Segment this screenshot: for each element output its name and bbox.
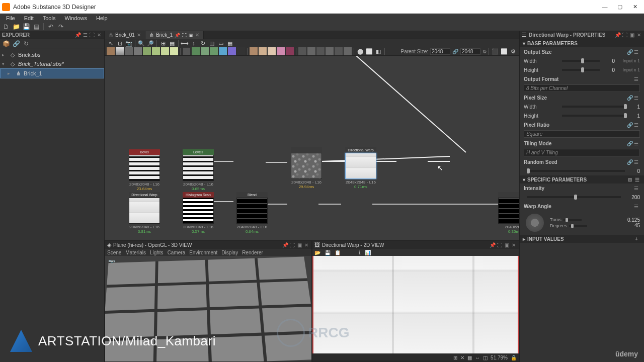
tree-item-brick-sbs[interactable]: ▸ ◇ Brick.sbs [0, 50, 104, 59]
arrow-icon[interactable]: ▾ [2, 61, 7, 66]
pin-icon[interactable]: 📌 [490, 242, 496, 248]
maximize-icon[interactable]: ⛶ [497, 242, 503, 248]
node-cutoff[interactable]: 2048x2040.35m [498, 192, 519, 234]
grid-icon[interactable]: ⊞ [628, 176, 634, 183]
pin-icon[interactable]: 📌 [75, 32, 81, 38]
grid-icon[interactable]: ⊞ [159, 39, 167, 47]
swatch-node3-icon[interactable] [201, 47, 209, 55]
node-bevel[interactable]: Bevel2048x2048 - L1623.64ms [129, 149, 160, 191]
angle-dial[interactable] [526, 214, 544, 232]
info2-icon[interactable]: ⬜ [365, 47, 373, 55]
swatch-node4-icon[interactable] [210, 47, 218, 55]
swatch-grey1-icon[interactable] [298, 47, 306, 55]
box-icon[interactable]: ▭ [217, 39, 225, 47]
copy-icon[interactable]: 📋 [335, 250, 341, 255]
open-icon[interactable]: 📁 [12, 23, 20, 31]
view2-icon[interactable]: ⬜ [500, 47, 508, 55]
lock-icon[interactable]: 🔒 [511, 355, 517, 360]
newwin-icon[interactable]: ▣ [189, 33, 193, 38]
height-slider[interactable] [562, 69, 600, 71]
swatch-rough-icon[interactable] [134, 47, 142, 55]
ps-width-value[interactable]: 1 [628, 104, 640, 110]
menu-icon[interactable]: ☰ [634, 122, 640, 128]
swatch-gray-icon[interactable] [116, 47, 124, 55]
close-icon[interactable]: ✕ [303, 242, 309, 248]
swatch-node7-icon[interactable] [237, 47, 245, 55]
new-icon[interactable]: 🗋 [2, 23, 10, 31]
ps-width-slider[interactable] [562, 106, 625, 108]
tab-brick1[interactable]: ⋔ Brick_1 📌 ⛶ ▣ ✕ [145, 31, 204, 39]
pin-icon[interactable]: 📌 [175, 33, 180, 38]
node-dirwarp2[interactable]: Directional Warp2048x2048 - L160.81ms [129, 192, 160, 234]
swatch-grey5-icon[interactable] [335, 47, 343, 55]
menu-icon[interactable]: ☰ [634, 140, 640, 146]
zoom1-icon[interactable]: ⊡ [116, 39, 124, 47]
align-icon[interactable]: ⟷ [181, 39, 189, 47]
swatch-height-icon[interactable] [152, 47, 160, 55]
seed-value[interactable]: 0 [628, 168, 640, 174]
add-icon[interactable]: + [635, 236, 641, 242]
link-icon[interactable]: 🔗 [627, 140, 633, 146]
width-value[interactable]: 0 [603, 58, 615, 64]
save-icon[interactable]: 💾 [325, 250, 331, 255]
link-icon[interactable]: 🔗 [627, 49, 633, 55]
link-icon[interactable]: 🔗 [627, 159, 633, 165]
tree-item-brick1[interactable]: ▸ ⋔ Brick_1 [0, 68, 104, 78]
swatch-curv-icon[interactable] [170, 47, 178, 55]
tiling-mode-dropdown[interactable]: H and V Tiling [524, 149, 640, 156]
ps-height-value[interactable]: 1 [628, 113, 640, 119]
tab-brick01[interactable]: ⋔ Brick_01 ✕ [105, 31, 145, 39]
parent-height-input[interactable] [460, 48, 480, 55]
swatch-normal-icon[interactable] [143, 47, 151, 55]
seed-slider[interactable] [527, 170, 625, 172]
menu-tools[interactable]: Tools [39, 15, 60, 21]
swatch-mat4-icon[interactable] [277, 47, 285, 55]
swatch-mat3-icon[interactable] [268, 47, 276, 55]
height-value[interactable]: 0 [603, 67, 615, 73]
info1-icon[interactable]: ⬤ [356, 47, 364, 55]
crop-icon[interactable]: ◫ [208, 39, 216, 47]
split-icon[interactable]: ◫ [483, 355, 488, 360]
pixel-ratio-dropdown[interactable]: Square [524, 130, 640, 138]
swatch-node2-icon[interactable] [192, 47, 200, 55]
grid-icon[interactable]: ⊞ [453, 355, 457, 360]
expand-icon[interactable]: ⛶ [622, 32, 628, 38]
stats-icon[interactable]: 📊 [365, 250, 371, 255]
menu-icon[interactable]: ☰ [634, 159, 640, 165]
info-icon[interactable]: ℹ [359, 250, 361, 255]
turns-value[interactable]: 0.125 [627, 217, 640, 223]
menu-materials[interactable]: Materials [125, 250, 146, 255]
menu-icon[interactable]: ☰ [635, 176, 641, 183]
swatch-mat1-icon[interactable] [250, 47, 258, 55]
menu-camera[interactable]: Camera [168, 250, 186, 255]
close-button[interactable]: ✕ [628, 2, 642, 12]
intensity-slider[interactable] [527, 196, 621, 198]
degrees-slider[interactable] [569, 225, 587, 227]
saveall-icon[interactable]: ▤ [32, 23, 40, 31]
ruler-icon[interactable]: ▦ [467, 355, 472, 360]
swatch-grey2-icon[interactable] [307, 47, 315, 55]
snap-icon[interactable]: ▦ [168, 39, 176, 47]
menu-environment[interactable]: Environment [189, 250, 217, 255]
swatch-mat2-icon[interactable] [259, 47, 267, 55]
newwin-icon[interactable]: ▣ [629, 32, 635, 38]
width-slider[interactable] [562, 60, 600, 62]
minimize-button[interactable]: — [598, 2, 612, 12]
viewer2d-canvas[interactable] [312, 256, 519, 353]
menu-help[interactable]: Help [92, 15, 112, 21]
arrow-icon[interactable]: ▸ [8, 71, 13, 76]
pin-icon[interactable]: 📌 [282, 242, 288, 248]
snapshot-icon[interactable]: 📷 [125, 39, 133, 47]
maximize-button[interactable]: ▢ [613, 2, 627, 12]
menu-icon[interactable]: ☰ [634, 49, 640, 55]
node-clouds[interactable]: 2048x2048 - L1629.94ms [291, 147, 322, 189]
menu-icon[interactable]: ☰ [634, 95, 640, 101]
close-icon[interactable]: ✕ [511, 242, 517, 248]
swatch-basecolor-icon[interactable] [107, 47, 115, 55]
ps-height-slider[interactable] [562, 115, 625, 117]
menu-icon[interactable]: ☰ [634, 203, 640, 209]
specific-params-header[interactable]: ▾ SPECIFIC PARAMETERS ⊞ ☰ [520, 175, 644, 184]
node-levels[interactable]: Levels2048x2048 - L160.65ms [183, 149, 214, 191]
base-params-header[interactable]: ▾ BASE PARAMETERS [520, 39, 644, 47]
maximize-icon[interactable]: ⛶ [289, 242, 295, 248]
